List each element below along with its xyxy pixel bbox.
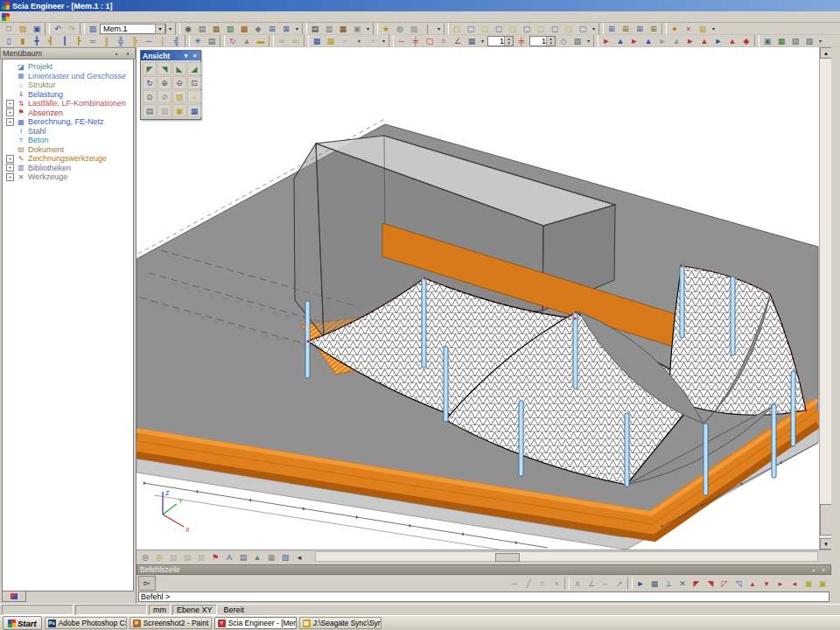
expand-icon[interactable]: +: [6, 155, 14, 163]
separator[interactable]: [754, 35, 760, 47]
layer-icon[interactable]: ▤: [194, 551, 208, 564]
snap-slope-icon[interactable]: ╱: [522, 578, 536, 590]
save-view-icon[interactable]: ▣: [760, 35, 774, 47]
opening-icon[interactable]: ╠: [128, 35, 142, 47]
layer-icon[interactable]: ▤: [180, 551, 194, 564]
mdi-child-icon[interactable]: [2, 13, 10, 21]
preview-icon[interactable]: ▥: [322, 23, 336, 35]
undo-icon[interactable]: ↶: [51, 23, 65, 35]
truss-icon[interactable]: ┣: [72, 35, 86, 47]
tree-item-bibliotheken[interactable]: + ▥ Bibliotheken: [3, 164, 133, 173]
dropdown-icon[interactable]: ▾: [590, 23, 598, 35]
expand-icon[interactable]: +: [6, 173, 14, 181]
ansicht-palette[interactable]: Ansicht ▾ × ◤◥◣◢↻⊕⊖⊡⊙⊘▨☼▤▥▣▦: [140, 50, 201, 120]
node-tool-icon[interactable]: ▲: [613, 35, 627, 47]
node-tool-icon[interactable]: ►: [599, 35, 613, 47]
render-icon[interactable]: ◆: [251, 23, 265, 35]
eraser-icon[interactable]: ▬: [254, 35, 268, 47]
wall-icon[interactable]: ║: [100, 35, 114, 47]
level-spinner[interactable]: 1 ▲▼: [487, 36, 514, 46]
layout-icon[interactable]: ⊠: [279, 23, 293, 35]
clipboard-icon[interactable]: ▩: [237, 23, 251, 35]
view-window-icon[interactable]: ▢: [464, 23, 478, 35]
tree-item-beton[interactable]: + T Beton: [3, 136, 133, 145]
column-icon[interactable]: ▮: [16, 35, 30, 47]
snap-ortho-icon[interactable]: ⊥: [662, 578, 676, 590]
clip-plane-icon[interactable]: ◎: [138, 551, 152, 564]
menu-einstellungen[interactable]: [86, 11, 96, 22]
vertical-scrollbar[interactable]: ▲ ▼: [819, 47, 832, 550]
print-data-icon[interactable]: ▤: [195, 23, 209, 35]
snap-node-icon[interactable]: ◤: [690, 578, 704, 590]
project-combo[interactable]: Mem.1 ▾: [100, 24, 166, 34]
model-viewport[interactable]: Z X Y Ansicht ▾ × ◤◥◣◢↻⊕⊖⊡⊙⊘▨☼▤▥▣▦: [136, 47, 819, 550]
plate-icon[interactable]: ═: [86, 35, 100, 47]
terrain-icon[interactable]: ▲: [250, 551, 264, 564]
view-window-icon[interactable]: ▢: [576, 23, 590, 35]
crossbeam-icon[interactable]: ╋: [30, 35, 44, 47]
scroll-left-icon[interactable]: ◂: [292, 551, 306, 564]
menu-datei[interactable]: [12, 11, 23, 22]
cursor-mode-button[interactable]: ▻: [138, 576, 156, 591]
separator[interactable]: [444, 23, 449, 35]
menu-aendern[interactable]: [65, 11, 75, 22]
dropdown-icon[interactable]: ▾: [816, 35, 824, 47]
separator[interactable]: [627, 578, 633, 590]
paperspace-icon[interactable]: ▧: [223, 23, 237, 35]
mini-tool-icon[interactable]: ▫: [338, 35, 352, 47]
dropdown-icon[interactable]: ▾: [584, 35, 592, 47]
snap-angle-icon[interactable]: ∠: [584, 578, 598, 590]
dimension-icon[interactable]: ╪: [409, 35, 423, 47]
dropdown-icon[interactable]: ▾: [479, 35, 486, 47]
subregion-icon[interactable]: ─: [142, 35, 156, 47]
expand-icon[interactable]: +: [6, 100, 14, 108]
names-icon[interactable]: ▧: [570, 35, 584, 47]
start-button[interactable]: Start: [3, 616, 42, 630]
separator[interactable]: [388, 35, 394, 47]
snap-intersect-icon[interactable]: ◹: [732, 578, 746, 590]
snap-delete-icon[interactable]: ×: [550, 578, 564, 590]
paste-view-icon[interactable]: ⊞: [619, 23, 633, 35]
snap-corner-icon[interactable]: ⌐: [598, 578, 612, 590]
delete-icon[interactable]: ×: [682, 23, 696, 35]
status-unit[interactable]: mm: [149, 605, 171, 615]
separator[interactable]: [269, 35, 274, 47]
line-icon[interactable]: ─: [395, 35, 409, 47]
clip-box-icon[interactable]: ▨: [172, 90, 186, 103]
menu-hilfe[interactable]: [107, 11, 117, 22]
save-icon[interactable]: ▣: [30, 23, 44, 35]
gallery-icon[interactable]: ▦: [209, 23, 223, 35]
combo-drop-icon[interactable]: ▾: [166, 23, 174, 35]
tree-item-belastung[interactable]: + ⇓ Belastung: [3, 90, 133, 100]
copy-view-icon[interactable]: ⊞: [605, 23, 619, 35]
zoom-selection-icon[interactable]: ⊘: [158, 90, 172, 103]
tree-item-lastfaelle[interactable]: + ⇅ Lastfälle, LF-Kombinationen: [3, 99, 133, 108]
snap-dot-icon[interactable]: ◂: [788, 578, 802, 590]
layer-icon[interactable]: ▤: [166, 551, 180, 564]
dropdown-icon[interactable]: ▾: [293, 23, 301, 35]
scroll-down-icon[interactable]: ▼: [820, 538, 832, 550]
task-photoshop[interactable]: Ps Adobe Photoshop CS3 E...: [45, 617, 127, 629]
snapshot-icon[interactable]: ▤: [205, 35, 219, 47]
export-icon[interactable]: ▦: [774, 35, 788, 47]
tile-view-icon[interactable]: ⊞: [633, 23, 647, 35]
zoom-doc-icon[interactable]: ◎: [393, 23, 407, 35]
catalog-icon[interactable]: ◉: [181, 23, 195, 35]
node-tool-icon[interactable]: ▲: [641, 35, 655, 47]
view-window-icon[interactable]: ▢: [478, 23, 492, 35]
support-icon[interactable]: ╣: [170, 35, 184, 47]
close-icon[interactable]: ×: [819, 567, 828, 573]
separator[interactable]: [175, 23, 180, 35]
snap-circle-icon[interactable]: ○: [536, 578, 550, 590]
task-paint[interactable]: P Screenshot2 - Paint: [130, 617, 212, 629]
snap-line-icon[interactable]: ─: [508, 578, 522, 590]
separator[interactable]: [302, 23, 307, 35]
chevron-down-icon[interactable]: ▾: [182, 52, 190, 60]
dropdown-icon[interactable]: ▾: [435, 23, 443, 35]
node-tool-icon[interactable]: ▲: [725, 35, 739, 47]
view-window-icon[interactable]: ▢: [450, 23, 464, 35]
new-folder-icon[interactable]: ▨: [696, 23, 710, 35]
separator[interactable]: [185, 35, 190, 47]
tree-item-stahl[interactable]: + I Stahl: [3, 127, 133, 136]
tree-item-projekt[interactable]: + ◪ Projekt: [3, 62, 133, 72]
